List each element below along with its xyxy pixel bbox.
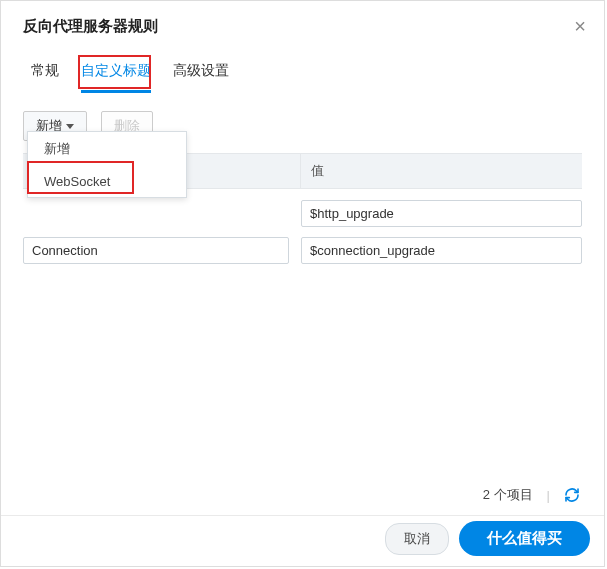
dialog-title: 反向代理服务器规则 <box>23 17 158 36</box>
footer-divider <box>1 515 604 516</box>
chevron-down-icon <box>66 124 74 129</box>
col-header-value[interactable]: 值 <box>301 154 582 188</box>
dropdown-item-add[interactable]: 新增 <box>28 132 186 166</box>
item-count: 2 个项目 <box>483 486 533 504</box>
dialog: 反向代理服务器规则 × 常规 自定义标题 高级设置 新增 删除 值 <box>0 0 605 567</box>
dialog-footer: 取消 什么值得买 <box>385 521 590 556</box>
ok-button[interactable]: 什么值得买 <box>459 521 590 556</box>
tab-custom-headers[interactable]: 自定义标题 <box>81 56 151 93</box>
divider: | <box>547 488 550 503</box>
tab-advanced[interactable]: 高级设置 <box>173 56 229 93</box>
header-value-input[interactable] <box>301 200 582 227</box>
table-row <box>23 195 582 232</box>
table-body <box>23 189 582 269</box>
dialog-header: 反向代理服务器规则 × <box>1 1 604 48</box>
header-name-input[interactable] <box>23 237 289 264</box>
header-value-input[interactable] <box>301 237 582 264</box>
refresh-icon[interactable] <box>564 487 580 503</box>
close-icon[interactable]: × <box>574 15 586 38</box>
cancel-button[interactable]: 取消 <box>385 523 449 555</box>
add-dropdown: 新增 WebSocket <box>27 131 187 198</box>
tab-general[interactable]: 常规 <box>31 56 59 93</box>
tab-bar: 常规 自定义标题 高级设置 <box>1 48 604 93</box>
table-row <box>23 232 582 269</box>
dropdown-item-websocket[interactable]: WebSocket <box>28 166 186 197</box>
footer-status: 2 个项目 | <box>483 486 580 504</box>
